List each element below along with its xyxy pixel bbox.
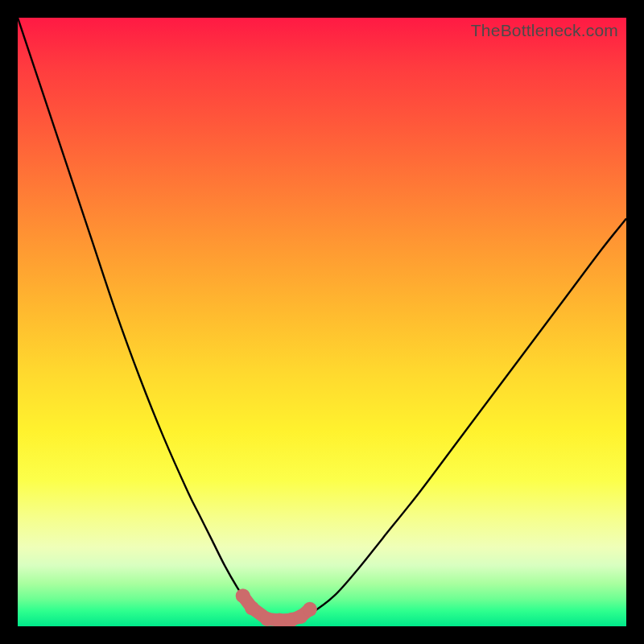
curve-path <box>18 18 626 621</box>
bottleneck-curve <box>18 18 626 626</box>
valley-marker <box>236 588 250 603</box>
valley-marker <box>245 601 259 615</box>
plot-area: TheBottleneck.com <box>18 18 626 626</box>
attribution-label: TheBottleneck.com <box>471 21 618 40</box>
chart-frame: TheBottleneck.com <box>0 0 644 644</box>
valley-marker <box>303 602 317 617</box>
valley-markers <box>236 588 317 626</box>
